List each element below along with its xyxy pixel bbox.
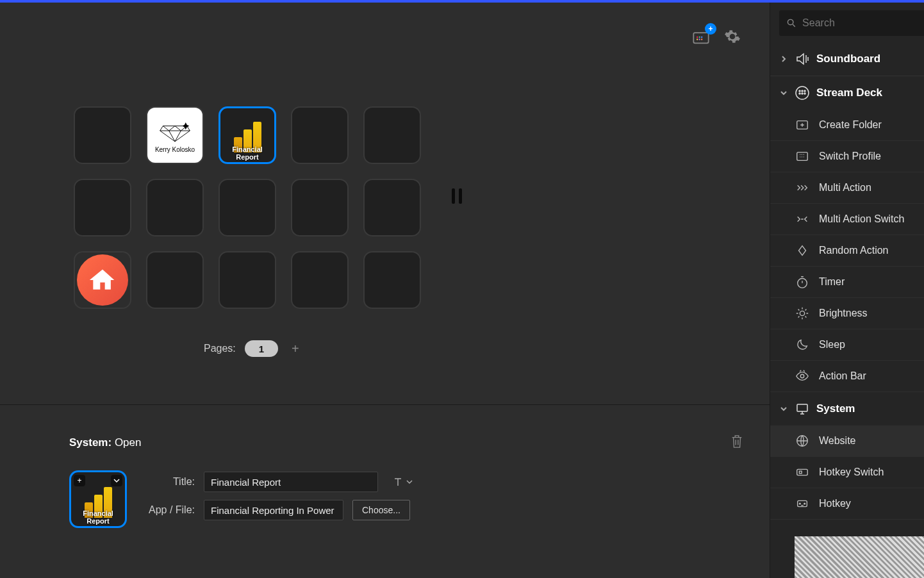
cursor-artifact	[452, 188, 462, 204]
choose-button[interactable]: Choose...	[352, 500, 410, 520]
file-input[interactable]	[204, 500, 343, 520]
svg-point-1	[697, 37, 698, 38]
key-0-1[interactable]: Kerry Kolosko	[146, 106, 204, 164]
key-label: Kerry Kolosko	[155, 146, 195, 153]
key-0-4[interactable]	[363, 106, 421, 164]
svg-point-25	[799, 503, 800, 504]
globe-icon	[795, 433, 810, 449]
key-0-2[interactable]: Financial Report	[219, 106, 276, 164]
action-hotkey-switch[interactable]: Hotkey Switch	[770, 457, 924, 488]
key-1-2[interactable]	[219, 179, 276, 236]
key-1-0[interactable]	[74, 179, 131, 236]
key-2-4[interactable]	[363, 251, 421, 309]
chevron-right-icon	[779, 56, 788, 62]
actions-sidebar: Soundboard Stream Deck Create Folder Swi…	[770, 3, 924, 578]
key-1-1[interactable]	[146, 179, 204, 236]
category-system[interactable]: System	[770, 392, 924, 425]
preview-label: Financial Report	[71, 509, 125, 525]
chevron-down-icon	[779, 90, 788, 96]
text-style-dropdown[interactable]	[392, 476, 413, 488]
hotkey-icon	[795, 496, 810, 511]
chevrons-icon	[795, 180, 810, 195]
image-menu-button[interactable]	[111, 475, 122, 486]
svg-point-26	[804, 503, 805, 504]
svg-point-11	[804, 90, 805, 92]
svg-point-2	[699, 37, 700, 38]
preview-thumbnail	[795, 536, 924, 578]
brightness-icon	[795, 306, 810, 321]
svg-point-5	[699, 38, 700, 40]
soundboard-icon	[795, 51, 810, 67]
svg-rect-22	[797, 469, 808, 475]
svg-point-19	[800, 374, 804, 378]
svg-point-18	[800, 311, 804, 315]
search-icon	[787, 18, 796, 28]
grid-icon	[795, 149, 810, 164]
title-input[interactable]	[204, 472, 378, 492]
action-timer[interactable]: Timer	[770, 267, 924, 298]
folder-plus-icon	[795, 117, 810, 133]
streamdeck-icon	[795, 85, 810, 101]
system-actions: Website Hotkey Switch Hotkey	[770, 425, 924, 520]
key-0-0[interactable]	[74, 106, 131, 164]
svg-point-12	[799, 93, 800, 94]
file-label: App / File:	[142, 504, 195, 516]
chevron-down-icon	[779, 406, 788, 412]
category-soundboard[interactable]: Soundboard	[770, 42, 924, 76]
svg-rect-0	[693, 33, 708, 43]
svg-point-6	[701, 38, 702, 40]
svg-point-4	[697, 38, 698, 40]
page-number[interactable]: 1	[245, 340, 278, 357]
search-input[interactable]	[802, 17, 916, 29]
key-0-3[interactable]	[291, 106, 349, 164]
title-label: Title:	[142, 476, 195, 488]
plus-badge-icon: +	[705, 23, 716, 35]
timer-icon	[795, 274, 810, 290]
action-hotkey[interactable]: Hotkey	[770, 488, 924, 520]
svg-point-9	[799, 90, 800, 92]
category-streamdeck[interactable]: Stream Deck	[770, 76, 924, 110]
key-preview[interactable]: + Financial Report	[69, 470, 127, 528]
key-2-1[interactable]	[146, 251, 204, 309]
action-website[interactable]: Website	[770, 425, 924, 457]
hotkey-switch-icon	[795, 465, 810, 480]
streamdeck-actions: Create Folder Switch Profile Multi Actio…	[770, 110, 924, 392]
pages-label: Pages:	[204, 343, 236, 354]
key-2-0[interactable]	[74, 251, 131, 309]
search-box[interactable]	[779, 10, 924, 36]
key-grid: Kerry Kolosko Financial Report	[74, 106, 421, 309]
key-1-3[interactable]	[291, 179, 349, 236]
svg-rect-20	[797, 404, 807, 411]
switch-icon	[795, 211, 810, 227]
random-icon	[795, 243, 810, 258]
system-icon	[795, 401, 810, 417]
action-create-folder[interactable]: Create Folder	[770, 110, 924, 141]
action-sleep[interactable]: Sleep	[770, 329, 924, 361]
store-icon[interactable]: +	[692, 28, 711, 47]
action-brightness[interactable]: Brightness	[770, 298, 924, 329]
action-multi-action-switch[interactable]: Multi Action Switch	[770, 204, 924, 235]
add-image-button[interactable]: +	[74, 475, 85, 486]
svg-point-3	[701, 37, 702, 38]
eye-icon	[795, 368, 810, 384]
svg-point-14	[804, 93, 805, 94]
svg-point-13	[802, 93, 803, 94]
add-page-button[interactable]: +	[287, 340, 304, 357]
home-icon	[77, 254, 128, 306]
key-label: Financial Report	[220, 145, 274, 161]
delete-button[interactable]	[730, 433, 744, 452]
svg-point-7	[788, 19, 793, 24]
action-switch-profile[interactable]: Switch Profile	[770, 141, 924, 172]
svg-point-10	[802, 90, 803, 92]
key-2-2[interactable]	[219, 251, 276, 309]
svg-rect-23	[799, 471, 802, 474]
action-action-bar[interactable]: Action Bar	[770, 361, 924, 392]
svg-rect-16	[797, 153, 808, 161]
props-title: System: Open	[69, 436, 141, 449]
gear-icon[interactable]	[724, 28, 741, 47]
moon-icon	[795, 337, 810, 352]
action-multi-action[interactable]: Multi Action	[770, 172, 924, 204]
key-1-4[interactable]	[363, 179, 421, 236]
action-random-action[interactable]: Random Action	[770, 235, 924, 267]
key-2-3[interactable]	[291, 251, 349, 309]
